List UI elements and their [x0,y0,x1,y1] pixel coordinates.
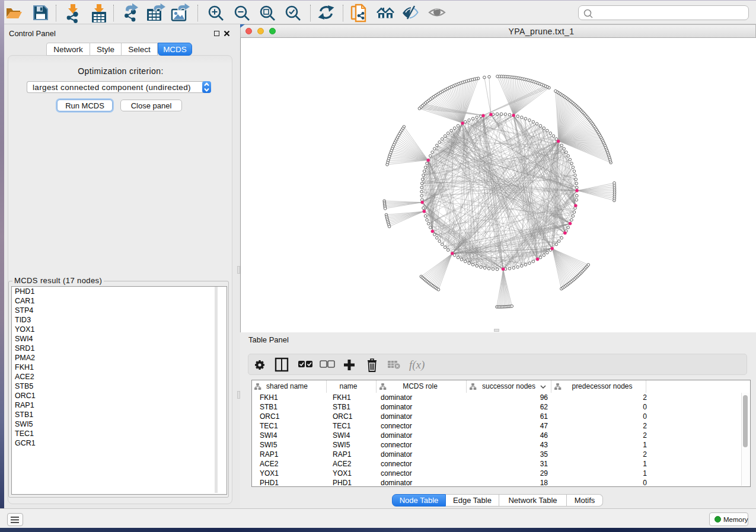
svg-text:f(x): f(x) [409,358,425,371]
